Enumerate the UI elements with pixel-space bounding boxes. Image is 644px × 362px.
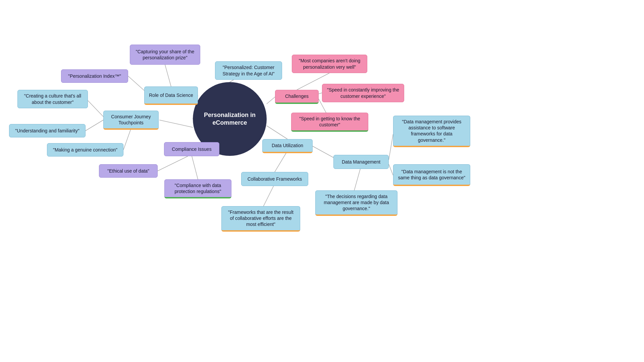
speed-knowing[interactable]: "Speed in getting to know the customer"	[291, 113, 368, 132]
data-management[interactable]: Data Management	[333, 155, 389, 169]
frameworks-result[interactable]: "Frameworks that are the result of colla…	[221, 206, 300, 232]
svg-line-3	[159, 120, 193, 127]
svg-line-17	[275, 151, 287, 172]
decisions-regarding[interactable]: "The decisions regarding data management…	[315, 190, 397, 216]
svg-line-13	[319, 93, 322, 94]
understanding[interactable]: "Understanding and familiarity"	[9, 124, 86, 137]
challenges[interactable]: Challenges	[275, 90, 319, 104]
svg-line-1	[165, 65, 171, 86]
svg-line-6	[123, 129, 131, 150]
svg-line-19	[389, 164, 393, 175]
most-companies[interactable]: "Most companies aren't doing personaliza…	[292, 55, 367, 73]
collaborative-frameworks[interactable]: Collaborative Frameworks	[241, 172, 308, 186]
creating-culture[interactable]: "Creating a culture that's all about the…	[17, 90, 88, 108]
role-ds[interactable]: Role of Data Science	[144, 86, 198, 105]
compliance-data[interactable]: "Compliance with data protection regulat…	[164, 179, 231, 198]
personalization-idx[interactable]: "Personalization Index™"	[61, 69, 128, 83]
svg-line-5	[86, 120, 103, 131]
svg-line-18	[389, 134, 393, 160]
making-genuine[interactable]: "Making a genuine connection"	[47, 143, 123, 157]
svg-line-16	[313, 146, 333, 158]
data-utilization[interactable]: Data Utilization	[262, 139, 313, 153]
capturing[interactable]: "Capturing your share of the personaliza…	[130, 45, 200, 65]
svg-line-15	[267, 126, 287, 139]
data-mgmt-provides[interactable]: "Data management provides assistance to …	[393, 116, 470, 147]
svg-line-11	[267, 97, 275, 104]
consumer-journey[interactable]: Consumer Journey Touchpoints	[103, 111, 159, 130]
svg-line-2	[128, 76, 144, 90]
personalized-strategy[interactable]: "Personalized: Customer Strategy in the …	[215, 61, 282, 80]
ethical-use[interactable]: "Ethical use of data"	[99, 164, 158, 178]
svg-line-9	[192, 156, 198, 179]
data-mgmt-not-same[interactable]: "Data management is not the same thing a…	[393, 164, 470, 186]
svg-line-8	[158, 156, 188, 171]
svg-line-4	[88, 101, 103, 117]
speed-improving[interactable]: "Speed in constantly improving the custo…	[322, 84, 404, 102]
compliance-issues[interactable]: Compliance Issues	[164, 142, 219, 156]
